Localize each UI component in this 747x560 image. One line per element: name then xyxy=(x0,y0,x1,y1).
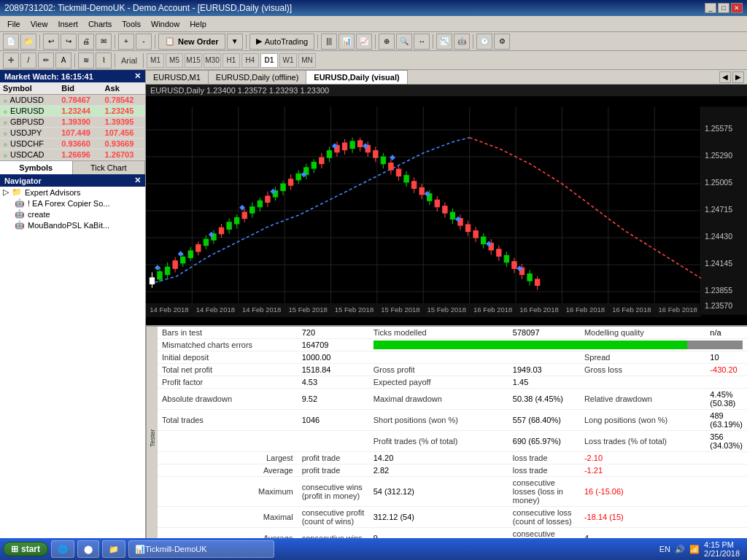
fib-btn[interactable]: ≋ xyxy=(78,52,94,69)
menu-charts[interactable]: Charts xyxy=(84,18,116,30)
menu-insert[interactable]: Insert xyxy=(53,18,82,30)
prev-tab-btn[interactable]: ◀ xyxy=(719,71,731,83)
clock-btn[interactable]: 🕐 xyxy=(476,34,492,50)
nav-item-create[interactable]: 🤖 create xyxy=(0,209,145,219)
order-arrow-btn[interactable]: ▼ xyxy=(227,34,243,50)
menu-view[interactable]: View xyxy=(26,18,53,30)
nav-item-label: ! EA Forex Copier So... xyxy=(28,199,110,208)
menu-window[interactable]: Window xyxy=(147,18,184,30)
indicator-btn[interactable]: 📉 xyxy=(436,34,452,50)
tab-symbols[interactable]: Symbols xyxy=(0,161,73,174)
start-button[interactable]: ⊞ start xyxy=(3,542,48,556)
crosshair-btn[interactable]: ✛ xyxy=(3,52,19,69)
settings-btn[interactable]: ⚙ xyxy=(494,34,510,50)
system-tray: EN 🔊 📶 4:15 PM 2/21/2018 xyxy=(659,540,744,558)
folder-icon: 📁 xyxy=(12,187,22,197)
scroll-btn[interactable]: ↔ xyxy=(414,34,430,50)
tf-h1[interactable]: H1 xyxy=(222,53,240,68)
tf-w1[interactable]: W1 xyxy=(279,53,297,68)
line-btn[interactable]: / xyxy=(20,52,36,69)
nav-item-ea1[interactable]: 🤖 ! EA Forex Copier So... xyxy=(0,198,145,209)
zoom-fit-btn[interactable]: ⊕ xyxy=(379,34,395,50)
tf-mn[interactable]: MN xyxy=(298,53,316,68)
table-row[interactable]: ⬦ USDCAD 1.26696 1.26703 xyxy=(0,149,145,160)
tf-m1[interactable]: M1 xyxy=(147,53,164,68)
menu-tools[interactable]: Tools xyxy=(117,18,145,30)
zoom-in-btn[interactable]: + xyxy=(118,34,134,50)
open-btn[interactable]: 📁 xyxy=(20,34,36,50)
menu-help[interactable]: Help xyxy=(185,18,211,30)
chart-type-line[interactable]: 📈 xyxy=(356,34,372,50)
taskbar-chrome[interactable]: ⬤ xyxy=(77,540,99,558)
chart-type-bar[interactable]: ||| xyxy=(321,34,337,50)
avg-profit-label: profit trade xyxy=(298,464,369,477)
window-controls: _ □ ✕ xyxy=(705,3,743,13)
max-consec-wins-label: consecutive wins (profit in money) xyxy=(298,477,369,507)
menu-file[interactable]: File xyxy=(3,18,25,30)
taskbar: ⊞ start 🌐 ⬤ 📁 📊 Tickmill-DemoUK EN 🔊 📶 4… xyxy=(0,538,747,560)
robot-icon: 🤖 xyxy=(15,220,25,230)
nav-item-ea2[interactable]: 🤖 MouBandoPSL KaBit... xyxy=(0,219,145,230)
next-tab-btn[interactable]: ▶ xyxy=(732,71,744,83)
svg-rect-47 xyxy=(250,207,255,213)
market-watch-close[interactable]: ✕ xyxy=(134,71,141,81)
new-chart-btn[interactable]: 📄 xyxy=(3,34,19,50)
mismatch-value: 164709 xyxy=(298,339,369,351)
navigator-close[interactable]: ✕ xyxy=(134,176,141,185)
fib2-btn[interactable]: ⌇ xyxy=(96,52,112,69)
nav-item-expert-advisors[interactable]: ▷ 📁 Expert Advisors xyxy=(0,187,145,198)
draw-btn[interactable]: ✏ xyxy=(38,52,54,69)
redo-btn[interactable]: ↪ xyxy=(61,34,77,50)
avg-loss-value: -1.21 xyxy=(580,464,705,477)
grossloss-label: Gross loss xyxy=(580,364,705,376)
tab-eurusd-daily-offline[interactable]: EURUSD,Daily (offline) xyxy=(209,70,307,84)
expert-btn[interactable]: 🤖 xyxy=(454,34,470,50)
table-row[interactable]: ⬦ EURUSD 1.23244 1.23245 xyxy=(0,106,145,117)
max-profit-value: 312.12 (54) xyxy=(369,507,508,528)
svg-rect-79 xyxy=(374,151,378,158)
autotrading-button[interactable]: ▶ AutoTrading xyxy=(249,34,315,50)
avg-loss-label: loss trade xyxy=(508,464,580,477)
zoom-out-btn[interactable]: - xyxy=(136,34,152,50)
ie-icon: 🌐 xyxy=(58,545,68,554)
tab-tick-chart[interactable]: Tick Chart xyxy=(73,161,146,174)
text-btn[interactable]: A xyxy=(55,52,71,69)
close-button[interactable]: ✕ xyxy=(731,3,743,13)
taskbar-ie[interactable]: 🌐 xyxy=(51,540,74,558)
svg-text:15 Feb 2018: 15 Feb 2018 xyxy=(335,306,374,314)
mail-btn[interactable]: ✉ xyxy=(96,34,112,50)
new-order-button[interactable]: 📋 New Order xyxy=(158,34,225,50)
pf-value: 4.53 xyxy=(298,376,369,389)
table-row[interactable]: ⬦ GBPUSD 1.39390 1.39395 xyxy=(0,117,145,128)
tab-eurusd-m1[interactable]: EURUSD,M1 xyxy=(146,70,209,84)
table-row[interactable]: ⬦ USDCHF 0.93660 0.93669 xyxy=(0,139,145,149)
autotrading-icon: ▶ xyxy=(256,36,262,46)
table-row[interactable]: ⬦ USDJPY 107.449 107.456 xyxy=(0,128,145,139)
bid-cell: 1.26696 xyxy=(58,149,101,160)
svg-rect-105 xyxy=(473,230,478,238)
taskbar-mt4[interactable]: 📊 Tickmill-DemoUK xyxy=(128,540,274,558)
largest-label: Largest xyxy=(158,452,298,464)
chart-symbol-info: EURUSD,Daily 1.23400 1.23572 1.23293 1.2… xyxy=(150,86,329,95)
tf-d1[interactable]: D1 xyxy=(260,53,278,68)
taskbar-explorer[interactable]: 📁 xyxy=(102,540,125,558)
undo-btn[interactable]: ↩ xyxy=(43,34,59,50)
svg-rect-63 xyxy=(311,162,316,168)
print-btn[interactable]: 🖨 xyxy=(78,34,94,50)
svg-rect-45 xyxy=(242,212,247,218)
tab-eurusd-daily-visual[interactable]: EURUSD,Daily (visual) xyxy=(306,70,407,84)
minimize-button[interactable]: _ xyxy=(705,3,716,13)
max-profit-label: consecutive profit (count of wins) xyxy=(298,507,369,528)
svg-rect-91 xyxy=(419,187,424,195)
tf-m5[interactable]: M5 xyxy=(166,53,183,68)
maximize-button[interactable]: □ xyxy=(718,3,729,13)
svg-rect-119 xyxy=(527,274,532,281)
chart-canvas[interactable]: 1.25575 1.25290 1.25005 1.24715 1.24430 … xyxy=(146,96,747,325)
table-row[interactable]: ⬦ AUDUSD 0.78467 0.78542 xyxy=(0,95,145,106)
zoom-btn2[interactable]: 🔍 xyxy=(396,34,412,50)
left-panel: Market Watch: 16:15:41 ✕ Symbol Bid Ask … xyxy=(0,70,146,560)
tf-m30[interactable]: M30 xyxy=(204,53,221,68)
tf-m15[interactable]: M15 xyxy=(185,53,202,68)
tf-h4[interactable]: H4 xyxy=(241,53,259,68)
chart-type-candle[interactable]: 📊 xyxy=(338,34,355,50)
